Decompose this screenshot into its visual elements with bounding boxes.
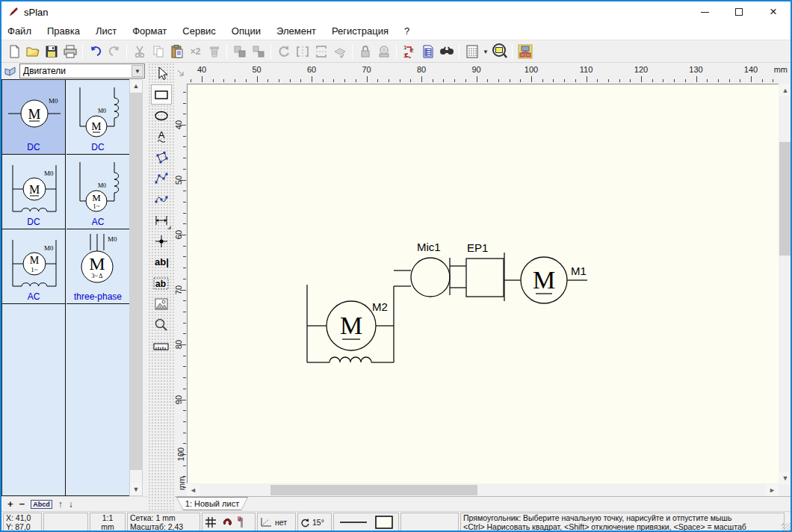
- v-scroll-thumb[interactable]: [779, 142, 791, 256]
- scroll-down-icon[interactable]: ▼: [130, 483, 142, 495]
- sheet-tab[interactable]: 1: Новый лист: [176, 497, 248, 510]
- scroll-thumb[interactable]: [130, 93, 142, 470]
- status-bar: X: 41,0Y: 87,0 1:1mm Сетка: 1 mmМасштаб:…: [1, 511, 791, 532]
- v-ruler-label: 80: [175, 340, 183, 349]
- rectangle-tool[interactable]: [151, 84, 172, 105]
- fill-style-sample[interactable]: [375, 516, 393, 529]
- vertical-scrollbar[interactable]: ▲ ▼: [779, 84, 792, 484]
- move-up-button[interactable]: ↑: [58, 499, 63, 510]
- measure-tool[interactable]: [151, 335, 172, 356]
- menu-item-4[interactable]: Сервис: [182, 25, 216, 37]
- polyline-tool[interactable]: [151, 168, 172, 188]
- component-dc-motor-2[interactable]: M M0 DC: [66, 80, 130, 155]
- magnet-icon[interactable]: [221, 516, 233, 528]
- v-ruler-label: 60: [175, 230, 183, 239]
- zoom-tool[interactable]: [151, 315, 172, 335]
- drawing-canvas[interactable]: M M M2 Mic1 EP1 M1: [187, 84, 779, 483]
- component-ac-motor-1[interactable]: M 1~ M0 AC: [66, 155, 130, 229]
- textbox-tool[interactable]: ab: [151, 273, 172, 293]
- snap-angle[interactable]: нет: [257, 513, 296, 532]
- polygon-tool[interactable]: [151, 147, 172, 167]
- lock-icon: [356, 43, 374, 61]
- h-scroll-thumb[interactable]: [270, 485, 477, 495]
- library-book-icon[interactable]: [3, 64, 18, 78]
- svg-text:M: M: [89, 254, 105, 273]
- label-m2: M2: [372, 300, 388, 313]
- menu-item-0[interactable]: Файл: [7, 25, 31, 37]
- sheet-tab-bar: 1: Новый лист: [175, 496, 792, 511]
- menu-item-3[interactable]: Формат: [132, 25, 167, 37]
- preview-icon[interactable]: [516, 43, 534, 61]
- save-icon[interactable]: [42, 43, 61, 61]
- open-file-icon[interactable]: [23, 43, 42, 61]
- svg-text:1~: 1~: [31, 266, 38, 273]
- copy-icon: [149, 43, 167, 61]
- grid-icon[interactable]: [205, 516, 217, 528]
- menu-item-1[interactable]: Правка: [47, 25, 80, 37]
- ruler-corner: [175, 63, 187, 84]
- menu-item-6[interactable]: Элемент: [276, 25, 316, 37]
- library-select-arrow-icon[interactable]: ▼: [132, 65, 143, 77]
- pin-icon[interactable]: [238, 516, 247, 528]
- scroll-down-icon[interactable]: ▼: [779, 471, 792, 484]
- parts-list-icon[interactable]: [418, 43, 437, 61]
- library-scrollbar[interactable]: ▲ ▼: [129, 79, 143, 496]
- component-three-phase-motor[interactable]: M 3~ Δ M0 three-phase: [66, 229, 130, 304]
- scroll-up-icon[interactable]: ▲: [130, 80, 142, 92]
- status-empty-cell: [43, 513, 88, 532]
- v-ruler-label: 100: [176, 448, 185, 461]
- cursor-position: X: 41,0Y: 87,0: [3, 513, 42, 532]
- svg-text:M: M: [91, 120, 101, 132]
- maximize-button[interactable]: [722, 1, 756, 22]
- text-tool[interactable]: ab|: [151, 252, 172, 272]
- zoom-in-components-button[interactable]: +: [7, 498, 13, 510]
- horizontal-scrollbar[interactable]: ◄ ►: [187, 484, 779, 496]
- component-empty-cell: [66, 304, 130, 495]
- menu-bar: ФайлПравкаЛистФорматСервисОпцииЭлементРе…: [1, 22, 791, 40]
- zoom-out-components-button[interactable]: −: [19, 498, 25, 510]
- bezier-tool[interactable]: [151, 189, 172, 209]
- select-tool[interactable]: [151, 64, 172, 84]
- svg-text:M0: M0: [44, 170, 54, 177]
- component-dc-motor-3[interactable]: M M0 DC: [2, 155, 66, 229]
- dimension-tool[interactable]: [151, 210, 172, 230]
- component-ac-motor-2[interactable]: M 1~ M0 AC: [2, 229, 66, 304]
- undo-icon[interactable]: [86, 43, 105, 61]
- component-grid: M M0 DC M M0 DC: [1, 79, 130, 496]
- rotation-step[interactable]: 15°: [297, 513, 332, 532]
- renumber-icon[interactable]: 123: [400, 43, 418, 61]
- mirror-horizontal-icon: [293, 43, 312, 61]
- grid-toggle-icon[interactable]: [462, 43, 481, 61]
- special-text-tool[interactable]: A: [151, 126, 172, 146]
- search-icon[interactable]: [437, 43, 456, 61]
- menu-item-7[interactable]: Регистрация: [332, 25, 389, 37]
- scroll-up-icon[interactable]: ▲: [779, 84, 792, 96]
- h-ruler-label: 80: [417, 65, 426, 74]
- move-down-button[interactable]: ↓: [69, 499, 73, 510]
- captions-toggle-button[interactable]: Abcd: [31, 500, 52, 509]
- component-dc-motor-1[interactable]: M M0 DC: [2, 80, 66, 155]
- image-tool[interactable]: [151, 294, 172, 314]
- paste-icon[interactable]: [167, 43, 186, 61]
- stamp-icon: [374, 43, 393, 61]
- scroll-left-icon[interactable]: ◄: [187, 484, 199, 496]
- zoom-window-icon[interactable]: [490, 43, 509, 61]
- library-select[interactable]: Двигатели ▼: [19, 64, 145, 78]
- ellipse-tool[interactable]: [151, 105, 172, 126]
- menu-item-2[interactable]: Лист: [96, 25, 117, 37]
- close-button[interactable]: ×: [756, 1, 791, 22]
- duplicate-x2-icon: ×2: [186, 43, 205, 61]
- status-hint: Прямоугольник: Выберите начальную точку,…: [460, 513, 785, 532]
- resize-grip-icon[interactable]: [782, 523, 791, 532]
- print-icon[interactable]: [61, 43, 79, 61]
- grid-dropdown-icon[interactable]: ▼: [481, 49, 490, 55]
- new-file-icon[interactable]: [4, 43, 23, 61]
- status-empty-cell: [400, 513, 459, 532]
- menu-item-5[interactable]: Опции: [232, 25, 261, 37]
- node-point-tool[interactable]: [151, 231, 172, 251]
- line-style-sample[interactable]: [339, 519, 368, 526]
- menu-item-8[interactable]: ?: [404, 25, 409, 37]
- minimize-button[interactable]: [687, 1, 722, 22]
- rotate-icon: [274, 43, 293, 61]
- scroll-right-icon[interactable]: ►: [766, 484, 779, 496]
